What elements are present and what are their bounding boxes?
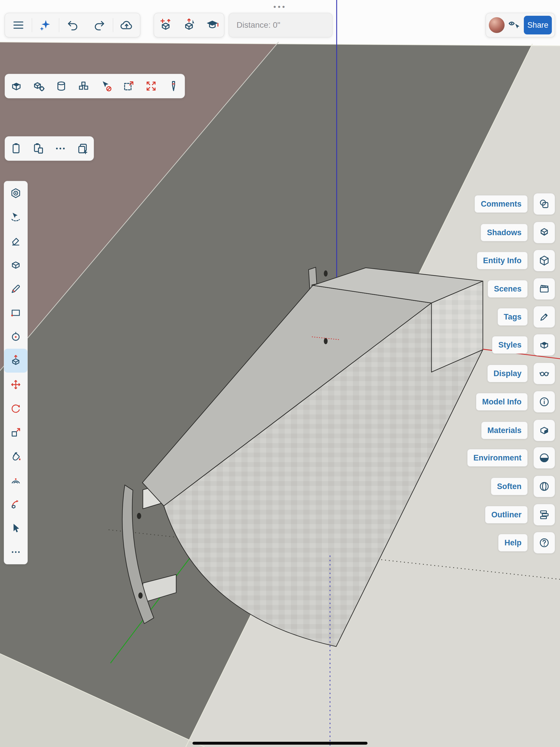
visibility-cursor-icon[interactable] xyxy=(508,19,521,31)
styles-panel-button[interactable] xyxy=(533,334,555,356)
shadows-label-button[interactable]: Shadows xyxy=(481,224,528,241)
offset-icon xyxy=(10,474,22,486)
panel-row-materials: Materials xyxy=(481,420,555,441)
model-info-panel-button[interactable] xyxy=(533,391,555,413)
comments-panel-button[interactable] xyxy=(533,193,555,215)
pushpull-add-button[interactable] xyxy=(154,13,177,37)
lasso-select-icon xyxy=(10,211,22,223)
display-panel-button[interactable] xyxy=(533,363,555,384)
cloud-upload-button[interactable] xyxy=(113,13,140,37)
tags-panel-button[interactable] xyxy=(533,306,555,328)
circle-arc-icon xyxy=(10,331,22,342)
materials-panel-button[interactable] xyxy=(533,420,555,441)
styles-icon xyxy=(538,339,550,351)
materials-label-button[interactable]: Materials xyxy=(481,422,528,439)
comments-label-button[interactable]: Comments xyxy=(475,195,528,213)
styles-label-button[interactable]: Styles xyxy=(492,336,528,354)
instructor-button[interactable] xyxy=(201,13,224,37)
help-icon xyxy=(538,537,550,548)
ai-button[interactable] xyxy=(32,13,59,37)
entity-info-panel-button[interactable] xyxy=(533,250,555,272)
tool-palette xyxy=(4,181,28,564)
soften-panel-button[interactable] xyxy=(533,475,555,497)
help-panel-button[interactable] xyxy=(533,532,555,553)
solids-button[interactable] xyxy=(72,74,95,98)
pushpull-modifier-button[interactable] xyxy=(177,13,201,37)
account-bar: Share xyxy=(486,13,555,37)
solid-box-button[interactable] xyxy=(5,74,27,98)
menu-button[interactable] xyxy=(5,13,32,37)
clipboard-button[interactable] xyxy=(5,136,27,160)
scenes-label-button[interactable]: Scenes xyxy=(488,280,528,298)
model-info-label-button[interactable]: Model Info xyxy=(476,393,528,411)
rectangle-icon xyxy=(10,307,22,319)
zoom-extents-button[interactable] xyxy=(140,74,162,98)
entity-info-label-button[interactable]: Entity Info xyxy=(477,252,528,269)
panel-row-shadows: Shadows xyxy=(481,222,555,243)
circle-arc-tool[interactable] xyxy=(4,325,27,349)
help-label-button[interactable]: Help xyxy=(498,534,528,551)
environment-panel-button[interactable] xyxy=(533,447,555,469)
deselect-button[interactable] xyxy=(95,74,117,98)
move-tool[interactable] xyxy=(4,372,27,396)
rotate-tool[interactable] xyxy=(4,396,27,420)
style-hexagon-tool[interactable] xyxy=(4,181,27,205)
soften-label-button[interactable]: Soften xyxy=(491,478,528,495)
ellipsis-icon xyxy=(54,142,67,155)
outliner-panel-button[interactable] xyxy=(533,504,555,525)
rectangle-tool[interactable] xyxy=(4,301,27,325)
rotate-icon xyxy=(10,403,22,414)
follow-me-tool[interactable] xyxy=(4,492,27,516)
duplicate-button[interactable] xyxy=(72,136,94,160)
menu-icon xyxy=(12,18,25,32)
more-button[interactable] xyxy=(49,136,72,160)
scale-tool[interactable] xyxy=(4,420,27,444)
tags-label-button[interactable]: Tags xyxy=(498,308,528,326)
undo-button[interactable] xyxy=(59,13,86,37)
panel-row-entity-info: Entity Info xyxy=(477,250,555,271)
distance-value: Distance: 0" xyxy=(237,20,280,30)
paste-in-place-button[interactable] xyxy=(117,74,140,98)
tags-icon xyxy=(538,311,550,323)
environment-icon xyxy=(538,452,550,464)
solid-tools-toolbar xyxy=(5,74,185,98)
eraser-tool[interactable] xyxy=(4,229,27,253)
marker-pen-icon xyxy=(167,80,180,93)
paste-button[interactable] xyxy=(27,136,49,160)
avatar[interactable] xyxy=(489,17,505,33)
pencil-line-tool[interactable] xyxy=(4,277,27,301)
home-indicator[interactable] xyxy=(192,742,368,745)
panel-row-display: Display xyxy=(487,363,555,384)
graduation-cap-icon xyxy=(206,18,219,32)
distance-input[interactable]: Distance: 0" xyxy=(229,13,332,37)
outliner-label-button[interactable]: Outliner xyxy=(485,506,528,523)
follow-me-icon xyxy=(10,498,22,510)
marker-button[interactable] xyxy=(162,74,185,98)
scenes-panel-button[interactable] xyxy=(533,278,555,300)
shadows-panel-button[interactable] xyxy=(533,222,555,243)
cylinder-button[interactable] xyxy=(50,74,72,98)
shapes-tool[interactable] xyxy=(4,253,27,277)
comments-icon xyxy=(538,198,550,210)
clipboard-toolbar xyxy=(5,136,94,161)
display-label-button[interactable]: Display xyxy=(487,365,528,382)
model-info-icon xyxy=(538,396,550,408)
3d-viewport[interactable] xyxy=(0,0,560,747)
cylinder-icon xyxy=(55,80,68,93)
paint-bucket-tool[interactable] xyxy=(4,444,27,468)
share-button[interactable]: Share xyxy=(524,16,552,34)
more-tools[interactable] xyxy=(4,540,27,564)
pushpull-modifier-icon xyxy=(182,18,196,32)
lasso-select-tool[interactable] xyxy=(4,205,27,229)
sparkle-icon xyxy=(39,18,52,32)
cloud-upload-icon xyxy=(120,18,133,32)
push-pull-tool[interactable] xyxy=(4,349,27,372)
redo-button[interactable] xyxy=(86,13,113,37)
environment-label-button[interactable]: Environment xyxy=(467,449,528,467)
offset-tool[interactable] xyxy=(4,468,27,492)
components-button[interactable] xyxy=(27,74,50,98)
panel-row-environment: Environment xyxy=(467,447,555,468)
paste-icon xyxy=(32,142,45,155)
scenes-icon xyxy=(538,283,550,295)
select-tool[interactable] xyxy=(4,516,27,540)
